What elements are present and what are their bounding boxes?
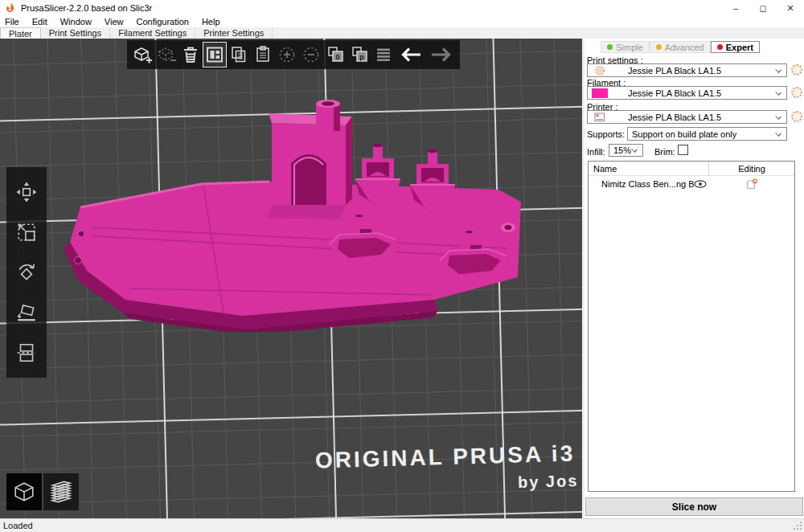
remove-instance-icon xyxy=(301,44,322,65)
simple-dot-icon xyxy=(607,44,613,50)
window-title: PrusaSlicer-2.2.0 based on Slic3r xyxy=(21,3,152,13)
remove-instance-button xyxy=(300,43,322,67)
column-name[interactable]: Name xyxy=(589,162,709,176)
supports-select[interactable]: Support on build plate only xyxy=(627,127,787,141)
column-editing[interactable]: Editing xyxy=(709,164,794,174)
filament-gear-icon[interactable] xyxy=(791,87,802,98)
split-to-parts-icon: p xyxy=(349,44,370,65)
split-to-objects-icon: 0 xyxy=(325,44,346,65)
split-to-objects-button[interactable]: 0 xyxy=(324,43,347,67)
menu-file[interactable]: File xyxy=(0,17,26,27)
svg-text:p: p xyxy=(359,53,364,61)
tab-filament-settings[interactable]: Filament Settings xyxy=(110,27,195,39)
printer-select[interactable]: Jessie PLA Black LA1.5 xyxy=(587,110,787,124)
mode-simple-button[interactable]: Simple xyxy=(601,41,650,53)
cut-icon xyxy=(15,342,38,364)
rotate-icon xyxy=(15,261,38,284)
print-settings-select[interactable]: Jessie PLA Black LA1.5 xyxy=(587,63,787,77)
arrange-icon xyxy=(204,44,225,65)
undo-button[interactable] xyxy=(396,43,425,67)
printer-gear-icon[interactable] xyxy=(791,111,802,122)
mode-expert-label: Expert xyxy=(726,43,753,52)
slice-now-button[interactable]: Slice now xyxy=(585,497,803,516)
chevron-down-icon xyxy=(775,89,781,95)
tab-bar: Plater Print Settings Filament Settings … xyxy=(0,27,804,39)
3d-viewport[interactable]: ORIGINAL PRUSA i3 by Jos xyxy=(0,39,582,518)
preview-view-icon xyxy=(47,477,76,507)
3d-editor-view-button[interactable] xyxy=(6,473,42,510)
close-button[interactable]: ✕ xyxy=(777,0,804,16)
menu-configuration[interactable]: Configuration xyxy=(129,17,195,27)
plater-toolbar: 0 p xyxy=(127,40,460,69)
print-settings-value: Jessie PLA Black LA1.5 xyxy=(612,66,776,76)
delete-object-button xyxy=(155,43,178,67)
add-object-button[interactable] xyxy=(131,43,154,67)
chevron-down-icon xyxy=(775,67,781,72)
print-profile-icon xyxy=(594,65,605,76)
place-on-face-icon xyxy=(15,301,38,324)
minimize-button[interactable]: – xyxy=(722,0,749,16)
advanced-dot-icon xyxy=(656,44,662,50)
add-instance-icon xyxy=(277,44,297,65)
menu-help[interactable]: Help xyxy=(195,17,227,27)
title-bar: PrusaSlicer-2.2.0 based on Slic3r – ◻ ✕ xyxy=(0,0,804,16)
eye-icon[interactable] xyxy=(694,180,707,188)
resize-grip-icon[interactable] xyxy=(794,522,802,530)
add-instance-button xyxy=(276,43,298,67)
object-name: Nimitz Class Ben...ng Benchies.stl xyxy=(601,179,694,189)
menu-view[interactable]: View xyxy=(98,17,130,27)
object-row[interactable]: Nimitz Class Ben...ng Benchies.stl xyxy=(589,176,794,191)
paste-button[interactable] xyxy=(252,43,274,67)
object-list: Name Editing Nimitz Class Ben...ng Bench… xyxy=(588,161,795,492)
cut-button[interactable] xyxy=(14,340,39,366)
copy-button[interactable] xyxy=(228,43,250,67)
expert-dot-icon xyxy=(717,44,723,50)
menu-window[interactable]: Window xyxy=(54,17,98,27)
split-to-parts-button[interactable]: p xyxy=(348,43,371,67)
scale-icon xyxy=(15,221,38,243)
gizmo-toolbar xyxy=(6,167,47,378)
undo-icon xyxy=(398,43,424,67)
3d-editor-view-icon xyxy=(10,477,39,507)
editing-icon[interactable] xyxy=(746,178,757,190)
rotate-button[interactable] xyxy=(14,260,39,285)
place-on-face-button[interactable] xyxy=(14,300,39,325)
filament-value: Jessie PLA Black LA1.5 xyxy=(612,88,776,98)
brim-checkbox[interactable] xyxy=(678,145,688,155)
tab-print-settings[interactable]: Print Settings xyxy=(41,27,110,39)
brim-label: Brim: xyxy=(654,147,675,157)
layer-height-tool-button xyxy=(372,43,395,67)
slice-now-label: Slice now xyxy=(672,501,716,513)
chevron-down-icon xyxy=(775,130,781,136)
menu-bar: File Edit Window View Configuration Help xyxy=(0,16,804,27)
delete-all-icon xyxy=(180,44,201,65)
tab-plater[interactable]: Plater xyxy=(0,27,41,39)
status-bar: Loaded xyxy=(0,518,804,532)
main-area: ORIGINAL PRUSA i3 by Jos xyxy=(0,39,804,518)
layer-height-tool-icon xyxy=(373,44,394,65)
print-settings-gear-icon[interactable] xyxy=(791,64,802,76)
mode-expert-button[interactable]: Expert xyxy=(711,41,760,53)
app-icon xyxy=(6,3,15,14)
infill-select[interactable]: 15% xyxy=(609,144,643,157)
supports-label: Supports: xyxy=(587,129,625,139)
menu-edit[interactable]: Edit xyxy=(26,17,54,27)
tab-printer-settings[interactable]: Printer Settings xyxy=(195,27,273,39)
preview-view-button[interactable] xyxy=(43,473,79,510)
delete-object-icon xyxy=(156,44,177,65)
model-nimitz-benchy[interactable] xyxy=(56,99,531,332)
sidebar: Simple Advanced Expert Print settings : … xyxy=(585,39,804,518)
mode-advanced-button[interactable]: Advanced xyxy=(650,41,711,53)
svg-text:0: 0 xyxy=(335,53,339,61)
chevron-down-icon xyxy=(631,146,637,152)
scale-button[interactable] xyxy=(14,219,39,245)
move-button[interactable] xyxy=(14,179,39,205)
maximize-button[interactable]: ◻ xyxy=(749,0,777,16)
arrange-button[interactable] xyxy=(203,43,226,67)
bed-label-by-jos: by Jos xyxy=(518,472,579,492)
filament-select[interactable]: Jessie PLA Black LA1.5 xyxy=(587,86,787,100)
delete-all-button[interactable] xyxy=(179,43,202,67)
printer-icon xyxy=(594,113,605,122)
move-icon xyxy=(15,181,38,203)
redo-icon xyxy=(429,43,454,67)
